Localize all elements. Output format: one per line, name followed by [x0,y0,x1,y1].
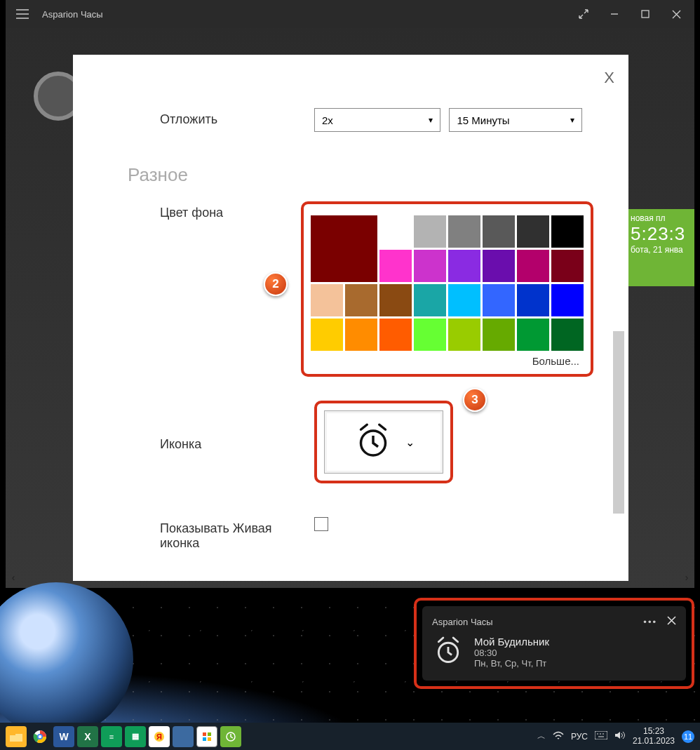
tray-language[interactable]: РУС [571,732,588,742]
notification-app-name: Asparion Часы [432,617,493,627]
tile-time: 5:23:3 [631,223,694,245]
color-swatch[interactable] [414,284,446,316]
snooze-count-value: 2x [322,114,333,126]
svg-rect-0 [642,11,649,18]
live-tile-label: Показывать Живая иконка [160,517,314,551]
color-swatch[interactable] [551,250,584,282]
chevron-down-icon: ⌄ [405,436,415,449]
tb-app-icon-1[interactable] [173,726,194,747]
tb-yandex-icon[interactable]: Я [149,726,170,747]
tb-sheets-icon[interactable]: ▦ [125,726,146,747]
app-title: Asparion Часы [42,9,103,20]
svg-text:Я: Я [156,732,162,741]
snooze-label: Отложить [160,108,314,127]
tray-keyboard-icon[interactable] [595,731,607,742]
notification-frame: Asparion Часы ••• Мой Будильник 08:30 Пн… [414,598,694,689]
color-swatch[interactable] [311,284,343,316]
notification-close-icon[interactable] [667,616,676,627]
more-colors-link[interactable]: Больше... [311,351,584,367]
color-swatch[interactable] [517,284,549,316]
svg-rect-10 [203,732,206,736]
minimize-button[interactable] [599,0,630,28]
tray-wifi-icon[interactable] [553,730,564,742]
tray-clock[interactable]: 15:23 21.01.2023 [633,727,675,746]
color-swatch[interactable] [483,250,515,282]
dialog-scrollbar-thumb[interactable] [613,331,624,514]
live-tile-row: Показывать Живая иконка [160,510,593,558]
section-misc-header: Разное [128,164,593,186]
tray-notification-count[interactable]: 11 [682,730,694,743]
svg-rect-4 [10,732,15,735]
color-swatch[interactable] [551,319,584,351]
snooze-row: Отложить 2x ▾ 15 Минуты ▾ [160,101,593,139]
color-swatch-selected[interactable] [311,215,377,282]
taskbar: W X ≡ ▦ Я ︿ РУС 15:23 21.01.2023 11 [0,723,700,750]
scroll-left-icon[interactable]: ‹ [7,571,20,584]
tb-store-icon[interactable] [196,726,217,747]
color-swatch[interactable] [379,319,412,351]
color-swatch[interactable] [311,319,343,351]
color-swatch[interactable] [345,284,377,316]
color-swatch[interactable] [379,215,412,248]
color-swatch[interactable] [414,319,446,351]
tray-time: 15:23 [633,727,675,737]
svg-rect-11 [208,732,211,736]
color-swatch[interactable] [517,215,549,248]
system-tray: ︿ РУС 15:23 21.01.2023 11 [537,727,694,746]
live-tile-preview: новая пл 5:23:3 бота, 21 янва [628,209,694,286]
svg-rect-12 [203,737,206,741]
color-swatch[interactable] [379,250,412,282]
dialog-close-button[interactable]: X [604,69,614,87]
tb-chrome-icon[interactable] [29,726,51,747]
settings-dialog: X Отложить 2x ▾ 15 Минуты ▾ Разное [73,55,628,581]
color-swatch[interactable] [483,319,515,351]
color-swatch[interactable] [517,319,549,351]
svg-rect-15 [595,731,607,739]
color-swatch[interactable] [448,250,480,282]
tb-asparion-icon[interactable] [220,726,241,747]
chevron-down-icon: ▾ [570,115,574,125]
snooze-count-select[interactable]: 2x ▾ [314,108,440,132]
snooze-duration-select[interactable]: 15 Минуты ▾ [449,108,582,132]
notification-title: Мой Будильник [474,636,549,648]
color-swatch[interactable] [448,215,480,248]
live-tile-checkbox[interactable] [314,517,328,531]
color-swatch[interactable] [517,250,549,282]
close-button[interactable] [661,0,692,28]
color-swatch[interactable] [483,284,515,316]
tb-explorer-icon[interactable] [6,726,27,747]
svg-rect-13 [208,737,211,741]
color-swatch[interactable] [551,215,584,248]
color-swatch[interactable] [551,284,584,316]
tray-chevron-up-icon[interactable]: ︿ [537,730,546,742]
alarm-clock-icon [354,421,393,463]
icon-select[interactable]: ⌄ [324,410,443,474]
color-grid [311,215,584,351]
notification-more-icon[interactable]: ••• [643,617,657,627]
tile-line1: новая пл [631,213,694,223]
icon-picker-frame: ⌄ [314,401,453,483]
tb-excel-icon[interactable]: X [77,726,98,747]
color-swatch[interactable] [414,215,446,248]
tb-word-icon[interactable]: W [53,726,74,747]
color-swatch[interactable] [414,250,446,282]
app-window: Asparion Часы новая пл 5:23:3 бота, 21 я… [6,0,694,588]
notification-days: Пн, Вт, Ср, Чт, Пт [474,658,549,669]
hamburger-menu[interactable] [8,0,36,28]
icon-row: Иконка ⌄ [160,394,593,490]
tray-volume-icon[interactable] [614,730,626,742]
maximize-button[interactable] [630,0,661,28]
color-swatch[interactable] [448,284,480,316]
color-swatch[interactable] [483,215,515,248]
tb-docs-icon[interactable]: ≡ [101,726,122,747]
color-swatch[interactable] [448,319,480,351]
color-swatch[interactable] [345,319,377,351]
diagonal-arrows-icon[interactable] [568,0,599,28]
svg-point-7 [39,735,42,738]
snooze-duration-value: 15 Минуты [457,114,509,126]
color-swatch[interactable] [379,284,412,316]
callout-badge-3: 3 [463,388,487,412]
titlebar: Asparion Часы [6,0,694,28]
scroll-right-icon[interactable]: › [680,571,693,584]
notification-toast[interactable]: Asparion Часы ••• Мой Будильник 08:30 Пн… [422,606,686,681]
